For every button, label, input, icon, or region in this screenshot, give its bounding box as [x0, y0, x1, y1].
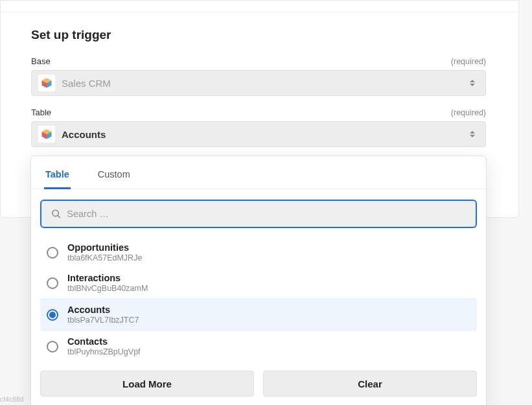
svg-line-7: [58, 215, 60, 217]
options-list: Opportunities tbla6fKA57EdMJRJe Interact…: [40, 237, 477, 362]
clear-button[interactable]: Clear: [263, 371, 477, 397]
chevron-updown-icon: [470, 129, 476, 139]
option-label: Accounts: [67, 305, 139, 315]
option-opportunities[interactable]: Opportunities tbla6fKA57EdMJRJe: [40, 237, 477, 268]
base-select[interactable]: Sales CRM: [31, 70, 486, 96]
search-field[interactable]: [40, 200, 477, 228]
field-base: Base (required) Sales CRM: [31, 56, 486, 96]
table-required: (required): [451, 108, 486, 117]
radio-icon: [47, 341, 58, 353]
page-title: Set up trigger: [31, 28, 486, 42]
base-value: Sales CRM: [62, 78, 479, 89]
radio-icon: [47, 277, 58, 289]
option-label: Opportunities: [67, 242, 142, 253]
option-interactions[interactable]: Interactions tblBNvCgBuB40zamM: [40, 268, 477, 298]
chevron-updown-icon: [470, 78, 476, 88]
option-id: tblBNvCgBuB40zamM: [67, 284, 148, 293]
radio-icon: [47, 309, 58, 321]
tab-table[interactable]: Table: [44, 164, 71, 189]
option-accounts[interactable]: Accounts tblsPa7VL7IbzJTC7: [40, 298, 477, 331]
base-required: (required): [451, 57, 486, 66]
airtable-icon: [38, 75, 55, 91]
option-id: tblsPa7VL7IbzJTC7: [67, 316, 139, 325]
tab-custom[interactable]: Custom: [97, 164, 132, 189]
card-header-divider: [1, 1, 518, 12]
field-table: Table (required) Accounts: [31, 108, 486, 147]
option-contacts[interactable]: Contacts tblPuyhnsZBpUgVpf: [40, 331, 477, 362]
option-label: Interactions: [67, 273, 148, 283]
load-more-button[interactable]: Load More: [40, 371, 254, 397]
option-id: tbla6fKA57EdMJRJe: [67, 253, 142, 262]
airtable-icon: [38, 126, 55, 143]
search-icon: [51, 208, 62, 220]
table-dropdown: Table Custom Opportunities tbla6fKA57EdM…: [30, 156, 487, 405]
base-label: Base: [31, 56, 51, 66]
option-label: Contacts: [67, 336, 141, 347]
search-input[interactable]: [67, 209, 467, 219]
option-id: tblPuyhnsZBpUgVpf: [67, 347, 141, 356]
build-hash: cf4c88d: [0, 396, 23, 403]
table-value: Accounts: [62, 129, 479, 140]
table-select[interactable]: Accounts: [31, 121, 486, 147]
radio-icon: [47, 247, 58, 259]
table-label: Table: [31, 108, 51, 117]
dropdown-tabs: Table Custom: [31, 164, 486, 189]
